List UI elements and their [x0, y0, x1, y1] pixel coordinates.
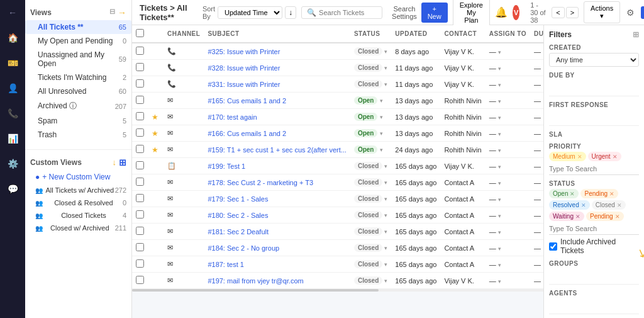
row-checkbox[interactable]: [136, 259, 144, 268]
status-dropdown-arrow[interactable]: ▾: [384, 48, 387, 55]
subject-text[interactable]: #178: Sec Cust 2 - marketing + T3: [208, 179, 313, 186]
sidebar-item-all-tickets[interactable]: All Tickets ** 65: [25, 20, 131, 34]
status-dropdown-arrow[interactable]: ▾: [380, 130, 383, 137]
custom-view-all-archived[interactable]: 👥 All Tickets w/ Archived 272: [25, 184, 131, 196]
search-settings-button[interactable]: Search Settings: [387, 5, 421, 20]
tag-pending2[interactable]: Pending ✕: [586, 212, 624, 221]
assign-dropdown-arrow[interactable]: ▾: [498, 147, 501, 154]
include-archived-checkbox[interactable]: [549, 242, 557, 251]
tag-pending[interactable]: Pending ✕: [580, 189, 618, 198]
row-checkbox[interactable]: [136, 128, 144, 137]
created-dropdown[interactable]: Any time: [549, 53, 639, 67]
status-dropdown-arrow[interactable]: ▾: [384, 179, 387, 186]
assign-dropdown-arrow[interactable]: ▾: [498, 82, 501, 88]
row-checkbox[interactable]: [136, 145, 144, 153]
status-dropdown-arrow[interactable]: ▾: [384, 65, 387, 71]
tag-remove-pending[interactable]: ✕: [609, 191, 614, 197]
assign-dropdown-arrow[interactable]: ▾: [498, 115, 501, 121]
custom-view-closed-resolved[interactable]: 👥 Closed & Resolved 0: [25, 196, 131, 209]
select-all-checkbox[interactable]: [136, 29, 144, 37]
tag-remove-open[interactable]: ✕: [570, 191, 575, 197]
subject-text[interactable]: #181: Sec 2 Deafult: [208, 228, 269, 236]
subject-text[interactable]: #170: test again: [208, 113, 257, 121]
assign-dropdown-arrow[interactable]: ▾: [498, 164, 501, 170]
tag-resolved[interactable]: Resolved ✕: [549, 200, 590, 210]
assign-dropdown-arrow[interactable]: ▾: [498, 131, 501, 137]
status-dropdown-arrow[interactable]: ▾: [384, 278, 387, 284]
row-checkbox[interactable]: [136, 210, 144, 219]
row-checkbox[interactable]: [136, 243, 144, 251]
row-checkbox[interactable]: [136, 227, 144, 235]
star-icon[interactable]: ★: [152, 129, 158, 138]
assign-dropdown-arrow[interactable]: ▾: [498, 49, 501, 55]
sidebar-item-trash[interactable]: Trash 5: [25, 128, 131, 142]
tag-remove-closed[interactable]: ✕: [617, 202, 622, 208]
subject-text[interactable]: #199: Test 1: [208, 162, 245, 170]
sidebar-item-unresolved[interactable]: All Unresolved 60: [25, 84, 131, 98]
tag-remove-resolved[interactable]: ✕: [581, 202, 586, 208]
subject-text[interactable]: #331: Issue with Printer: [208, 81, 280, 88]
contacts-icon[interactable]: 👤: [5, 81, 20, 96]
assign-dropdown-arrow[interactable]: ▾: [498, 65, 501, 72]
filters-button[interactable]: Filters: [641, 6, 644, 19]
assign-dropdown-arrow[interactable]: ▾: [498, 229, 501, 236]
subject-text[interactable]: #187: test 1: [208, 261, 244, 268]
search-input[interactable]: [319, 9, 377, 16]
star-icon[interactable]: ★: [152, 145, 158, 154]
assign-dropdown-arrow[interactable]: ▾: [498, 246, 501, 252]
sort-direction-button[interactable]: ↓: [285, 6, 296, 19]
sidebar-item-watching[interactable]: Tickets I'm Watching 2: [25, 71, 131, 84]
status-dropdown-arrow[interactable]: ▾: [380, 98, 383, 104]
settings-gear-icon[interactable]: ⚙: [625, 6, 636, 19]
assign-dropdown-arrow[interactable]: ▾: [498, 278, 501, 285]
tag-open[interactable]: Open ✕: [549, 189, 579, 198]
explore-button[interactable]: Explore My Plan: [453, 0, 490, 27]
row-checkbox[interactable]: [136, 47, 144, 55]
assign-dropdown-arrow[interactable]: ▾: [498, 98, 501, 105]
tag-waiting[interactable]: Waiting ✕: [549, 212, 584, 221]
prev-page-button[interactable]: <: [552, 7, 564, 18]
subject-text[interactable]: #184: Sec 2 - No group: [208, 244, 279, 252]
filters-grid-icon[interactable]: ⊞: [633, 30, 639, 39]
status-dropdown-arrow[interactable]: ▾: [384, 245, 387, 251]
status-dropdown-arrow[interactable]: ▾: [384, 212, 387, 219]
new-button[interactable]: + New: [421, 3, 448, 23]
sidebar-item-my-open[interactable]: My Open and Pending 0: [25, 34, 131, 48]
sidebar-item-unassigned[interactable]: Unassigned and My Open 59: [25, 48, 131, 71]
status-search-input[interactable]: [549, 223, 639, 235]
tag-remove-urgent[interactable]: ✕: [613, 154, 618, 160]
assign-dropdown-arrow[interactable]: ▾: [498, 180, 501, 186]
status-dropdown-arrow[interactable]: ▾: [384, 261, 387, 268]
tag-remove-waiting[interactable]: ✕: [575, 213, 580, 220]
row-checkbox[interactable]: [136, 178, 144, 186]
custom-view-closed-tickets[interactable]: 👥 Closed Tickets 4: [25, 209, 131, 222]
tag-medium[interactable]: Medium ✕: [549, 152, 586, 161]
row-checkbox[interactable]: [136, 194, 144, 202]
custom-view-closed-archived[interactable]: 👥 Closed w/ Archived 211: [25, 222, 131, 234]
subject-text[interactable]: #180: Sec 2 - Sales: [208, 212, 268, 219]
reports-icon[interactable]: 📊: [5, 131, 20, 146]
row-checkbox[interactable]: [136, 112, 144, 120]
subject-text[interactable]: #165: Cus emails 1 and 2: [208, 97, 286, 105]
star-icon[interactable]: ★: [152, 113, 158, 122]
status-dropdown-arrow[interactable]: ▾: [380, 114, 383, 120]
subject-text[interactable]: #159: T1 + sec cust 1 + sec cus 2(after …: [208, 146, 347, 154]
add-custom-view-icon[interactable]: ⊞: [119, 157, 126, 168]
subject-text[interactable]: #179: Sec 1 - Sales: [208, 195, 268, 203]
home-icon[interactable]: 🏠: [5, 30, 20, 45]
sidebar-item-archived[interactable]: Archived ⓘ 207: [25, 98, 131, 114]
subject-text[interactable]: #328: Issue with Printer: [208, 64, 280, 72]
subject-text[interactable]: #325: Issue with Printer: [208, 48, 280, 55]
views-header[interactable]: Views ⊟ →: [25, 5, 131, 20]
tag-remove-pending2[interactable]: ✕: [615, 213, 620, 220]
row-checkbox[interactable]: [136, 276, 144, 284]
status-dropdown-arrow[interactable]: ▾: [384, 229, 387, 235]
notification-icon[interactable]: 🔔: [495, 6, 508, 18]
collapse-icon[interactable]: ⊟: [109, 8, 115, 18]
sort-select[interactable]: Updated Time: [218, 6, 282, 19]
actions-button[interactable]: Actions ▾: [584, 1, 620, 23]
next-page-button[interactable]: >: [566, 7, 579, 18]
subject-text[interactable]: #166: Cus emails 1 and 2: [208, 130, 286, 137]
subject-text[interactable]: #197: mail from vjey tr@qr.com: [208, 277, 303, 285]
tag-closed[interactable]: Closed ✕: [592, 200, 626, 210]
